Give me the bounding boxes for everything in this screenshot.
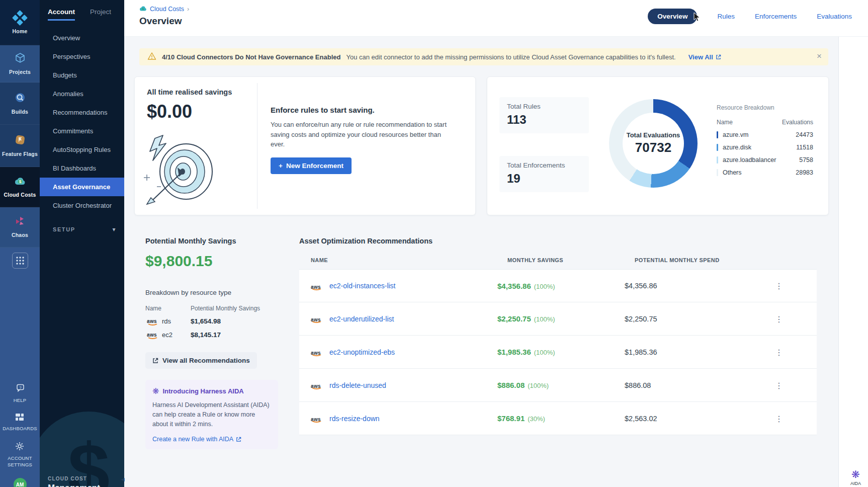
dashboards-button[interactable]: DASHBOARDS	[3, 413, 37, 432]
row-menu-kebab-icon[interactable]: ⋮	[771, 378, 787, 392]
sidebar-collapse-handle[interactable]: ◄	[120, 476, 126, 483]
asset-optimization-table: Asset Optimization Recommendations NAME …	[299, 237, 817, 435]
row-menu-kebab-icon[interactable]: ⋮	[771, 412, 787, 425]
recommendation-link[interactable]: rds-delete-unused	[329, 381, 386, 389]
external-link-icon	[236, 437, 241, 442]
row-menu-kebab-icon[interactable]: ⋮	[771, 279, 787, 293]
recommendation-link[interactable]: ec2-old-instances-list	[329, 282, 396, 290]
tab-project[interactable]: Project	[90, 8, 111, 21]
aida-create-rule-link[interactable]: Create a new Rule with AIDA	[152, 436, 271, 443]
user-avatar[interactable]: AM	[14, 478, 27, 487]
table-header: NAME MONTHLY SAVINGS POTENTIAL MONTHLY S…	[299, 257, 817, 263]
recommendation-link[interactable]: ec2-underutilized-list	[329, 315, 394, 323]
sidebar-item-perspectives[interactable]: Perspectives	[40, 47, 124, 66]
builds-icon	[15, 92, 26, 105]
legend-row: azure.disk 11518	[717, 144, 813, 151]
banner-close-icon[interactable]: ×	[817, 51, 822, 61]
tab-rules[interactable]: Rules	[717, 13, 735, 20]
sidebar-item-anomalies[interactable]: Anomalies	[40, 85, 124, 103]
dashboards-icon	[15, 413, 24, 423]
warning-triangle-icon	[147, 52, 156, 62]
harness-logo-icon	[13, 11, 27, 25]
legend-row: Others 28983	[717, 169, 813, 176]
svg-text:?: ?	[19, 385, 22, 389]
sidebar-footer: CLOUD COST Management	[48, 476, 100, 487]
nav-module-label: Feature Flags	[2, 151, 38, 157]
sidebar-menu: Overview Perspectives Budgets Anomalies …	[40, 29, 124, 215]
aws-icon: aws	[309, 414, 322, 423]
module-rail: Home Projects Builds Feature Flags $ Clo…	[0, 0, 40, 487]
plus-icon: +	[279, 162, 283, 170]
grid-icon	[16, 256, 25, 265]
aida-title: Introducing Harness AIDA	[162, 387, 243, 395]
external-link-icon	[152, 358, 158, 364]
governance-stats-card: Total Rules 113 Total Enforcements 19 To…	[487, 76, 829, 215]
banner-message: You can edit connector to add the missin…	[346, 53, 675, 61]
nav-module-feature-flags[interactable]: Feature Flags	[0, 125, 40, 167]
recommendations-title: Asset Optimization Recommendations	[299, 237, 817, 245]
donut-center: Total Evaluations 70732	[623, 113, 684, 174]
legend-swatch	[717, 156, 718, 164]
sidebar-item-asset-governance[interactable]: Asset Governance	[40, 178, 124, 196]
recommendation-link[interactable]: ec2-unoptimized-ebs	[329, 348, 395, 356]
sidebar-item-overview[interactable]: Overview	[40, 29, 124, 47]
cloud-dollar-icon: $	[14, 176, 26, 188]
module-grid-button[interactable]	[12, 253, 28, 269]
new-enforcement-button[interactable]: + New Enforcement	[271, 157, 352, 174]
nav-module-builds[interactable]: Builds	[0, 83, 40, 125]
sidebar-item-budgets[interactable]: Budgets	[40, 66, 124, 85]
legend-swatch	[717, 169, 718, 176]
aws-icon: aws	[309, 348, 322, 356]
aida-fab-label: AIDA	[850, 481, 861, 486]
tab-overview[interactable]: Overview	[648, 9, 697, 24]
tab-enforcements[interactable]: Enforcements	[755, 13, 797, 20]
nav-module-chaos[interactable]: Chaos	[0, 207, 40, 248]
nav-module-projects[interactable]: Projects	[0, 45, 40, 83]
row-menu-kebab-icon[interactable]: ⋮	[771, 312, 787, 326]
sidebar-item-bi-dashboards[interactable]: BI Dashboards	[40, 159, 124, 178]
donut-center-label: Total Evaluations	[627, 131, 680, 139]
total-enforcements-value: 19	[507, 172, 581, 186]
aida-fab[interactable]: ❋ AIDA	[850, 468, 861, 486]
sidebar-item-autostopping-rules[interactable]: AutoStopping Rules	[40, 140, 124, 159]
legend-header: NameEvaluations	[717, 119, 813, 126]
breadcrumb-cloud-costs-link[interactable]: Cloud Costs	[150, 6, 184, 13]
help-button[interactable]: ? HELP	[14, 384, 27, 403]
table-row: awsec2-underutilized-list $2,250.75(100%…	[299, 302, 817, 336]
module-name-line2: Management	[48, 483, 100, 487]
enforce-description: You can enforce/run any rule or rule rec…	[271, 120, 452, 149]
evaluations-donut-chart: Total Evaluations 70732	[609, 99, 698, 188]
banner-view-all-link[interactable]: View All	[688, 53, 721, 61]
chaos-icon	[15, 216, 26, 228]
potential-savings-section: Potential Monthly Savings $9,800.15 Brea…	[145, 237, 279, 449]
tab-account[interactable]: Account	[48, 8, 75, 21]
donut-center-value: 70732	[635, 140, 671, 155]
nav-module-label: Cloud Costs	[4, 192, 36, 198]
legend-row: azure.vm 24473	[717, 131, 813, 138]
account-settings-button[interactable]: ACCOUNT SETTINGS	[8, 442, 32, 468]
svg-text:$: $	[19, 179, 21, 184]
nav-module-cloud-costs[interactable]: $ Cloud Costs	[0, 167, 40, 207]
recommendation-link[interactable]: rds-resize-down	[329, 415, 380, 423]
nav-module-label: Chaos	[12, 232, 28, 238]
view-all-recommendations-button[interactable]: View all Recommendations	[145, 352, 257, 369]
breakdown-row: awsrds $1,654.98	[145, 317, 279, 326]
legend-swatch	[717, 144, 718, 151]
aws-icon: aws	[145, 331, 158, 339]
resource-breakdown-title: Resource Breakdown	[717, 104, 813, 111]
app-root: Home Projects Builds Feature Flags $ Clo…	[0, 0, 868, 487]
row-menu-kebab-icon[interactable]: ⋮	[771, 345, 787, 359]
sidebar-item-recommendations[interactable]: Recommendations	[40, 103, 124, 122]
nav-module-label: Builds	[12, 109, 28, 115]
sidebar-item-commitments[interactable]: Commitments	[40, 122, 124, 140]
aws-icon: aws	[309, 314, 322, 323]
total-rules-value: 113	[507, 113, 581, 127]
sidebar-item-cluster-orchestrator[interactable]: Cluster Orchestrator	[40, 196, 124, 215]
help-label: HELP	[14, 397, 27, 403]
sidebar-setup-section[interactable]: SETUP ▾	[40, 226, 124, 233]
aida-promo-box: ❋ Introducing Harness AIDA Harness AI De…	[145, 380, 278, 449]
nav-module-label: Projects	[9, 69, 31, 75]
cloud-costs-icon: $	[139, 6, 147, 13]
tab-evaluations[interactable]: Evaluations	[817, 13, 852, 20]
nav-module-home[interactable]: Home	[0, 0, 40, 45]
